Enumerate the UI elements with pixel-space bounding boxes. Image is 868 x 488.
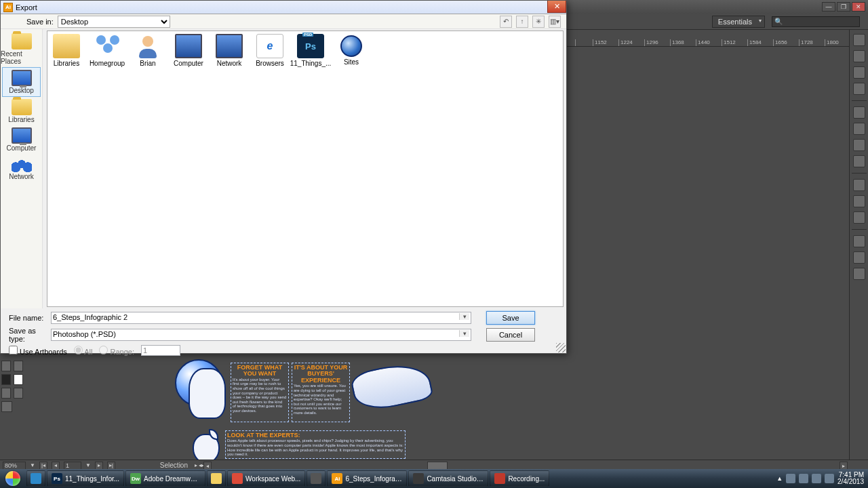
- taskbar-app-icon: Ps: [52, 473, 62, 484]
- range-radio[interactable]: Range:: [99, 346, 134, 356]
- dialog-titlebar[interactable]: Ai Export ✕: [1, 1, 566, 14]
- taskbar-item[interactable]: Ps11_Things_Infor...: [47, 470, 124, 487]
- taskbar-app-icon: [211, 473, 222, 484]
- windows-orb-icon: [5, 471, 20, 486]
- back-button[interactable]: ↶: [500, 16, 512, 28]
- ruler-tick: [575, 39, 577, 46]
- tools-panel[interactable]: [0, 359, 24, 469]
- up-button[interactable]: ↑: [516, 16, 528, 28]
- show-hidden-icon[interactable]: ▲: [776, 475, 783, 482]
- taskbar-label: 11_Things_Infor...: [65, 475, 119, 483]
- file-item[interactable]: Computer: [172, 34, 205, 67]
- host-close-button[interactable]: ✕: [852, 2, 865, 12]
- panel-icon[interactable]: [853, 123, 865, 135]
- artboard-first-button[interactable]: |◂: [39, 462, 47, 470]
- file-item[interactable]: eBrowsers: [254, 34, 286, 67]
- range-input[interactable]: [141, 345, 180, 356]
- host-search-input[interactable]: 🔍: [772, 16, 860, 27]
- panel-icon[interactable]: [853, 50, 865, 62]
- place-network[interactable]: Network: [1, 154, 42, 182]
- ruler-tick: 1800: [825, 39, 839, 46]
- taskbar-app-icon: Dw: [130, 473, 141, 484]
- panel-icon[interactable]: [853, 106, 865, 119]
- panel-icon[interactable]: [853, 139, 865, 151]
- artboard-next-button[interactable]: ▸: [95, 462, 103, 470]
- host-maximize-button[interactable]: ❐: [837, 2, 850, 12]
- taskbar-item[interactable]: [207, 470, 226, 487]
- taskbar-label: Recording...: [508, 475, 545, 483]
- search-icon: 🔍: [774, 18, 783, 25]
- zoom-field[interactable]: [3, 462, 26, 470]
- filename-label: File name:: [6, 314, 50, 322]
- panel-icon[interactable]: [853, 251, 865, 264]
- comp-icon: [175, 34, 202, 58]
- filename-input[interactable]: 6_Steps_Infographic 2: [51, 312, 471, 324]
- ruler-tick: 1656: [773, 39, 787, 46]
- taskbar-app-icon: [232, 473, 243, 484]
- panel-icon[interactable]: [853, 195, 865, 207]
- place-label: Desktop: [9, 87, 34, 94]
- dialog-bottom: File name: 6_Steps_Infographic 2 Save Sa…: [1, 308, 566, 353]
- artboard-last-button[interactable]: ▸|: [107, 462, 115, 470]
- file-item[interactable]: Libraries: [50, 34, 83, 67]
- psd-icon: Ps: [297, 34, 324, 58]
- tray-icon[interactable]: [825, 474, 834, 483]
- place-label: Libraries: [8, 116, 34, 123]
- globe-icon: [340, 35, 362, 57]
- save-button[interactable]: Save: [486, 311, 535, 325]
- clock[interactable]: 7:41 PM 2/4/2013: [837, 472, 864, 486]
- infographic-card-1: FORGET WHAT YOU WANT It's about your buy…: [231, 363, 289, 422]
- panel-icon[interactable]: [853, 211, 865, 224]
- taskbar-label: Adobe Dreamwea...: [144, 475, 201, 483]
- new-folder-button[interactable]: ✳: [532, 16, 545, 28]
- taskbar-item[interactable]: [307, 470, 326, 487]
- taskbar-item[interactable]: Workspace Web...: [227, 470, 305, 487]
- artboard-prev-button[interactable]: ◂: [52, 462, 60, 470]
- card-body: Does Apple talk about processor speeds, …: [227, 439, 403, 456]
- ruler-tick: 1152: [593, 39, 607, 46]
- taskbar-item[interactable]: [26, 470, 45, 487]
- taskbar-app-icon: [413, 473, 424, 484]
- file-item[interactable]: Homegroup: [91, 34, 123, 67]
- taskbar-item[interactable]: DwAdobe Dreamwea...: [125, 470, 205, 487]
- taskbar-item[interactable]: Ai6_Steps_Infograp...: [327, 470, 407, 487]
- file-item[interactable]: Network: [213, 34, 245, 67]
- dialog-toolbar: Save in: Desktop ↶ ↑ ✳ ▥▾: [1, 14, 566, 29]
- start-button[interactable]: [0, 469, 26, 488]
- savein-dropdown[interactable]: Desktop: [58, 16, 170, 28]
- use-artboards-checkbox[interactable]: Use Artboards: [9, 346, 67, 356]
- taskbar-app-icon: [31, 473, 41, 484]
- file-item[interactable]: Ps11_Things_...: [294, 34, 327, 67]
- tray-icon[interactable]: [812, 474, 821, 483]
- cancel-button[interactable]: Cancel: [486, 328, 535, 342]
- panel-icon[interactable]: [853, 179, 865, 191]
- illustrator-icon: Ai: [3, 3, 13, 12]
- place-computer[interactable]: Computer: [1, 125, 42, 154]
- panel-icon[interactable]: [853, 155, 865, 167]
- system-tray[interactable]: ▲ 7:41 PM 2/4/2013: [776, 472, 868, 486]
- tray-icon[interactable]: [786, 474, 795, 483]
- file-list[interactable]: LibrariesHomegroupBrianComputerNetworkeB…: [47, 30, 564, 307]
- panel-icon[interactable]: [853, 66, 865, 79]
- host-minimize-button[interactable]: —: [822, 2, 835, 12]
- tray-icon[interactable]: [799, 474, 808, 483]
- resize-grip[interactable]: [556, 343, 566, 352]
- taskbar-item[interactable]: Camtasia Studio - ...: [408, 470, 488, 487]
- panel-icon[interactable]: [853, 235, 865, 247]
- place-libraries[interactable]: Libraries: [1, 97, 42, 125]
- card-title: IT'S ABOUT YOUR BUYERS' EXPERIENCE: [294, 365, 348, 384]
- panel-icon[interactable]: [853, 268, 865, 280]
- artboard-field[interactable]: [64, 462, 81, 470]
- panel-icon[interactable]: [853, 34, 865, 46]
- all-radio[interactable]: All: [74, 346, 93, 356]
- place-desktop[interactable]: Desktop: [2, 67, 41, 97]
- workspace-switcher[interactable]: Essentials: [712, 16, 765, 28]
- place-recent-places[interactable]: Recent Places: [1, 31, 42, 67]
- file-item[interactable]: Sites: [335, 34, 368, 67]
- taskbar-item[interactable]: Recording...: [490, 470, 549, 487]
- file-item[interactable]: Brian: [132, 34, 164, 67]
- dialog-close-button[interactable]: ✕: [547, 1, 566, 13]
- view-menu-button[interactable]: ▥▾: [549, 16, 561, 28]
- panel-icon[interactable]: [853, 83, 865, 95]
- filetype-dropdown[interactable]: Photoshop (*.PSD): [51, 329, 471, 341]
